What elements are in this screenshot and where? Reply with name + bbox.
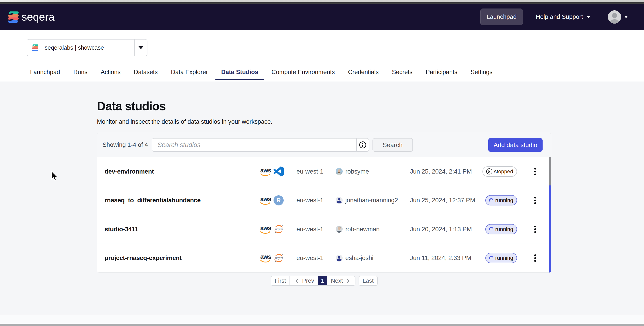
user-name: rob-newman	[345, 226, 380, 233]
jupyter-icon: jupyter	[274, 253, 284, 263]
region-label: eu-west-1	[296, 168, 336, 175]
workspace-dropdown-toggle[interactable]	[134, 40, 147, 56]
mouse-cursor	[51, 171, 59, 182]
region-label: eu-west-1	[296, 254, 336, 261]
tab-data-explorer[interactable]: Data Explorer	[171, 69, 208, 80]
scrollbar-thumb[interactable]	[549, 157, 551, 185]
seqera-logo[interactable]: seqera	[8, 12, 54, 23]
jupyter-wordmark: jupyter	[275, 256, 283, 259]
kebab-icon	[534, 254, 536, 262]
row-menu-button[interactable]	[517, 226, 551, 233]
user-avatar	[336, 168, 343, 175]
user-menu[interactable]	[608, 10, 628, 24]
tab-launchpad[interactable]: Launchpad	[30, 69, 60, 80]
page-title: Data studios	[97, 82, 551, 113]
pagination-last[interactable]: Last	[358, 276, 378, 286]
window-chrome-strip	[0, 0, 644, 2]
pagination-prev[interactable]: Prev	[290, 276, 318, 285]
tab-settings[interactable]: Settings	[470, 69, 492, 80]
tab-bar: Launchpad Runs Actions Datasets Data Exp…	[30, 69, 492, 80]
workspace-selector[interactable]: seqeralabs | showcase	[27, 39, 148, 56]
window-bottom-edge	[0, 324, 644, 326]
row-menu-button[interactable]	[517, 168, 551, 175]
add-data-studio-button[interactable]: Add data studio	[488, 138, 542, 152]
seqera-logo-icon	[8, 12, 18, 23]
date-label: Jun 20, 2024, 1:13 PM	[410, 226, 495, 233]
help-and-support-menu[interactable]: Help and Support	[536, 14, 590, 21]
studio-name[interactable]: dev-environment	[104, 168, 260, 175]
user-avatar-icon	[336, 255, 343, 261]
search-button[interactable]: Search	[372, 138, 413, 152]
workspace-name: seqeralabs | showcase	[45, 44, 104, 51]
results-count: Showing 1-4 of 4	[102, 141, 148, 148]
spinner-icon	[489, 255, 494, 261]
table-row[interactable]: studio-3411 aws	[97, 215, 551, 244]
studio-name[interactable]: studio-3411	[104, 226, 260, 233]
status-badge-running: running	[485, 195, 517, 205]
kebab-icon	[534, 168, 536, 175]
pagination-next[interactable]: Next	[327, 276, 355, 285]
top-navbar: seqera Launchpad Help and Support	[0, 4, 644, 30]
search-input[interactable]	[152, 139, 356, 151]
aws-icon: aws	[260, 226, 270, 233]
row-menu-button[interactable]	[517, 197, 551, 204]
pagination: First Prev 1 Next Last	[97, 276, 551, 286]
region-label: eu-west-1	[296, 226, 336, 233]
tab-credentials[interactable]: Credentials	[348, 69, 379, 80]
info-icon	[359, 141, 366, 148]
tab-secrets[interactable]: Secrets	[392, 69, 413, 80]
studio-name[interactable]: project-rnaseq-experiment	[104, 254, 260, 261]
spinner-icon	[489, 226, 494, 232]
brand-wordmark: seqera	[22, 12, 54, 23]
chevron-down-icon	[586, 16, 590, 18]
spinner-icon	[489, 198, 494, 203]
launchpad-button[interactable]: Launchpad	[480, 9, 523, 25]
subheader: seqeralabs | showcase Launchpad Runs Act…	[0, 30, 644, 82]
user-avatar	[336, 226, 343, 233]
workspace-logo-icon	[32, 45, 38, 51]
user-name: esha-joshi	[345, 254, 374, 261]
kebab-icon	[534, 226, 536, 233]
page-subtitle: Monitor and inspect the details of data …	[97, 118, 551, 125]
search-input-group	[152, 138, 369, 152]
help-label: Help and Support	[536, 14, 583, 21]
table-scrollbar[interactable]	[549, 157, 551, 272]
tab-runs[interactable]: Runs	[74, 69, 88, 80]
chevron-right-icon	[345, 277, 352, 284]
table-row[interactable]: project-rnaseq-experiment aws	[97, 244, 551, 273]
tab-actions[interactable]: Actions	[101, 69, 121, 80]
screen: seqera Launchpad Help and Support	[0, 0, 644, 326]
pagination-group: First Prev 1 Next	[270, 276, 356, 286]
aws-icon: aws	[260, 168, 270, 175]
user-name: robsyme	[345, 168, 369, 175]
status-badge-running: running	[485, 253, 517, 263]
stopped-icon	[486, 168, 492, 174]
aws-icon: aws	[260, 197, 270, 204]
pagination-page-1[interactable]: 1	[318, 276, 327, 285]
scrollbar-track	[549, 185, 551, 272]
tab-datasets[interactable]: Datasets	[134, 69, 158, 80]
page-footer	[0, 315, 644, 324]
table-row[interactable]: dev-environment aws	[97, 157, 551, 186]
status-badge-running: running	[485, 224, 517, 234]
page-body: Data studios Monitor and inspect the det…	[0, 82, 644, 315]
table-toolbar: Showing 1-4 of 4 Search Add data studio	[97, 133, 551, 157]
chevron-left-icon	[294, 277, 300, 284]
table-row[interactable]: rnaseq_to_differentialabundance aws R	[97, 186, 551, 215]
tab-participants[interactable]: Participants	[426, 69, 457, 80]
row-menu-button[interactable]	[517, 254, 551, 262]
chevron-down-icon	[138, 46, 144, 49]
chevron-down-icon	[624, 16, 628, 18]
aws-icon: aws	[260, 254, 270, 261]
tab-compute-environments[interactable]: Compute Environments	[272, 69, 335, 80]
rstudio-icon: R	[274, 195, 284, 205]
user-avatar-icon	[336, 197, 343, 204]
jupyter-icon: jupyter	[274, 224, 284, 234]
status-badge-stopped: stopped	[482, 166, 517, 177]
search-info-button[interactable]	[356, 139, 369, 151]
tab-data-studios[interactable]: Data Studios	[216, 69, 264, 80]
user-avatar-icon	[608, 10, 621, 24]
kebab-icon	[534, 197, 536, 204]
studio-name[interactable]: rnaseq_to_differentialabundance	[104, 197, 260, 204]
pagination-first[interactable]: First	[271, 276, 290, 285]
